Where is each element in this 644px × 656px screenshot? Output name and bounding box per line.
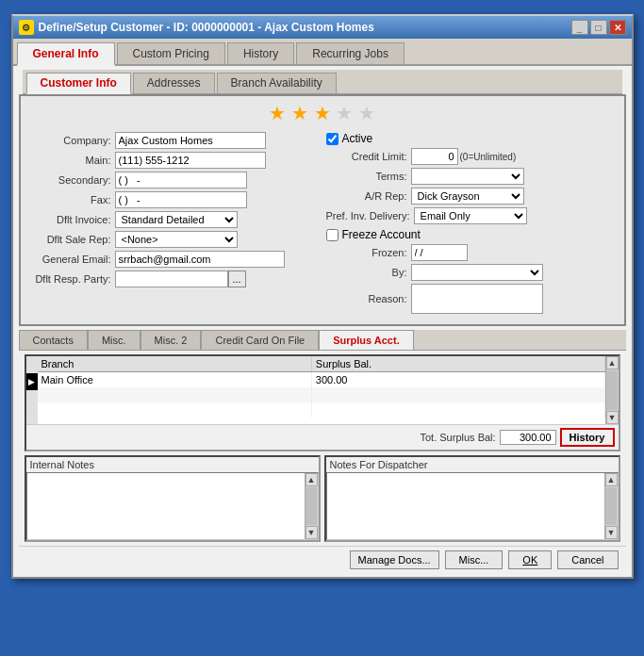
dflt-sale-rep-label: Dflt Sale Rep: <box>30 234 115 245</box>
disp-scroll-thumb[interactable] <box>605 487 617 525</box>
tab-history[interactable]: History <box>227 42 294 64</box>
company-row: Company: <box>30 132 321 149</box>
manage-docs-button[interactable]: Manage Docs... <box>350 550 439 569</box>
dflt-resp-party-input[interactable] <box>115 271 228 287</box>
tab-recurring-jobs[interactable]: Recurring Jobs <box>296 42 405 64</box>
credit-limit-label: Credit Limit: <box>326 151 411 162</box>
close-button[interactable]: ✕ <box>609 20 626 35</box>
disp-scroll-down[interactable]: ▼ <box>605 526 618 539</box>
row-marker-3 <box>26 407 38 424</box>
star-2[interactable]: ★ <box>291 103 308 123</box>
surplus-inner: ▶ Branch Surplus Bal. <box>26 356 619 424</box>
form-right: Active Credit Limit: (0=Unlimited) Terms… <box>322 130 617 319</box>
maximize-button[interactable]: □ <box>590 20 607 35</box>
scroll-up-arrow[interactable]: ▲ <box>606 356 619 369</box>
ok-button[interactable]: OK <box>508 550 552 569</box>
tab-addresses[interactable]: Addresses <box>133 73 215 93</box>
ar-rep-label: A/R Rep: <box>326 190 411 202</box>
general-email-input[interactable] <box>115 251 285 268</box>
internal-notes-scrollbar: ▲ ▼ <box>305 473 318 539</box>
star-1[interactable]: ★ <box>269 103 286 123</box>
freeze-account-label: Freeze Account <box>342 228 421 241</box>
terms-select[interactable] <box>411 168 524 185</box>
surplus-col-branch: Branch <box>38 356 312 372</box>
secondary-label: Secondary: <box>30 174 115 186</box>
pref-inv-delivery-select[interactable]: Email Only <box>414 207 527 224</box>
freeze-account-checkbox[interactable] <box>326 229 339 241</box>
reason-textarea[interactable] <box>411 284 543 314</box>
dispatcher-notes-textarea[interactable] <box>327 473 604 539</box>
misc-button[interactable]: Misc... <box>445 550 504 569</box>
table-row-empty-2 <box>38 402 605 418</box>
dflt-sale-rep-select[interactable]: <None> <box>115 231 238 248</box>
star-5[interactable]: ★ <box>358 103 375 123</box>
customer-form: Company: Main: Secondary: Fax: <box>28 130 617 319</box>
form-left: Company: Main: Secondary: Fax: <box>28 130 322 319</box>
outer-tabs: General Info Custom Pricing History Recu… <box>13 39 632 66</box>
internal-notes-box: Internal Notes ▲ ▼ <box>25 455 321 542</box>
minimize-button[interactable]: _ <box>571 20 588 35</box>
int-scroll-down[interactable]: ▼ <box>305 526 318 539</box>
main-label: Main: <box>30 155 115 166</box>
footer-buttons: Manage Docs... Misc... OK Cancel <box>19 546 626 573</box>
secondary-phone-input[interactable] <box>115 172 247 189</box>
disp-scroll-up[interactable]: ▲ <box>605 473 618 486</box>
resp-party-browse-button[interactable]: ... <box>228 271 246 287</box>
title-bar: ⚙ Define/Setup Customer - ID: 0000000001… <box>13 16 632 39</box>
table-row-empty-1 <box>38 387 605 402</box>
terms-label: Terms: <box>326 171 411 182</box>
ar-rep-select[interactable]: Dick Grayson <box>411 188 524 205</box>
cancel-button[interactable]: Cancel <box>557 550 618 569</box>
active-row: Active <box>326 132 615 145</box>
terms-row: Terms: <box>326 168 615 185</box>
tab-misc2[interactable]: Misc. 2 <box>140 330 202 350</box>
ar-rep-row: A/R Rep: Dick Grayson <box>326 188 615 205</box>
dflt-invoice-label: Dflt Invoice: <box>30 214 115 225</box>
scroll-thumb[interactable] <box>606 370 618 410</box>
frozen-label: Frozen: <box>326 247 411 258</box>
freeze-account-row: Freeze Account <box>326 228 615 241</box>
credit-limit-input[interactable] <box>411 148 458 165</box>
tab-misc[interactable]: Misc. <box>88 330 140 350</box>
tab-contacts[interactable]: Contacts <box>19 330 88 350</box>
dflt-invoice-row: Dflt Invoice: Standard Detailed <box>30 211 321 228</box>
scroll-down-arrow[interactable]: ▼ <box>606 411 619 424</box>
fax-input[interactable] <box>115 191 247 208</box>
secondary-phone-row: Secondary: <box>30 172 321 189</box>
star-3[interactable]: ★ <box>314 103 331 123</box>
surplus-col-balance: Surplus Bal. <box>311 356 604 372</box>
table-row[interactable]: Main Office 300.00 <box>38 372 605 388</box>
by-select[interactable] <box>411 264 543 281</box>
dflt-sale-rep-row: Dflt Sale Rep: <None> <box>30 231 321 248</box>
branch-cell: Main Office <box>38 372 312 388</box>
active-checkbox[interactable] <box>326 133 339 145</box>
surplus-scrollbar: ▲ ▼ <box>605 356 619 424</box>
dflt-invoice-select[interactable]: Standard Detailed <box>115 211 238 228</box>
surplus-history-button[interactable]: History <box>560 428 615 447</box>
tab-customer-info[interactable]: Customer Info <box>26 73 131 94</box>
frozen-date-input[interactable] <box>411 244 468 261</box>
row-marker-2 <box>26 390 38 407</box>
bottom-tabs: Contacts Misc. Misc. 2 Credit Card On Fi… <box>19 330 626 351</box>
int-scroll-up[interactable]: ▲ <box>305 473 318 486</box>
tab-branch-availability[interactable]: Branch Availability <box>217 73 337 93</box>
tab-credit-card[interactable]: Credit Card On File <box>201 330 319 350</box>
internal-notes-textarea[interactable] <box>27 473 305 539</box>
int-scroll-thumb[interactable] <box>305 487 317 525</box>
surplus-total-input <box>500 430 556 445</box>
fax-label: Fax: <box>30 194 115 205</box>
pref-inv-delivery-label: Pref. Inv. Delivery: <box>326 210 414 221</box>
star-4[interactable]: ★ <box>336 103 353 123</box>
internal-notes-label: Internal Notes <box>26 457 319 472</box>
main-phone-input[interactable] <box>115 152 266 169</box>
row-marker-1: ▶ <box>26 373 38 390</box>
company-input[interactable] <box>115 132 266 149</box>
by-label: By: <box>326 267 411 278</box>
tab-custom-pricing[interactable]: Custom Pricing <box>117 42 225 64</box>
tab-surplus-acct[interactable]: Surplus Acct. <box>319 330 414 350</box>
tab-general-info[interactable]: General Info <box>17 42 115 66</box>
row-indicators: ▶ <box>26 356 38 424</box>
balance-cell: 300.00 <box>311 372 604 388</box>
content-area: Customer Info Addresses Branch Availabil… <box>13 66 632 577</box>
surplus-table: Branch Surplus Bal. Main Office 300.00 <box>38 356 605 418</box>
